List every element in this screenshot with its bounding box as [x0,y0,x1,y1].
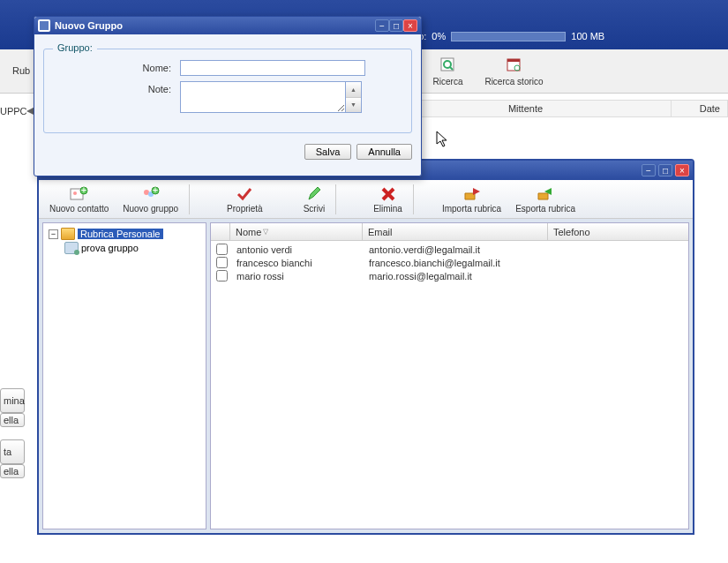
table-row[interactable]: francesco bianchi francesco.bianchi@lega… [211,256,688,269]
calendar-search-icon [505,56,524,75]
table-row[interactable]: antonio verdi antonio.verdi@legalmail.it [211,243,688,256]
dialog-maximize-icon[interactable]: □ [389,19,403,32]
ricerca-storico-button[interactable]: Ricerca storico [481,50,547,93]
storage-percent: 0% [432,31,446,41]
storage-bar [451,32,566,41]
salva-button[interactable]: Salva [304,144,352,160]
group-icon [64,242,79,254]
dialog-close-icon[interactable]: × [403,19,417,32]
ab-tree: − Rubrica Personale prova gruppo [42,222,206,529]
table-row[interactable]: mario rossi mario.rossi@legalmail.it [211,269,688,282]
close-icon[interactable]: × [675,164,689,176]
th-nome[interactable]: Nome ▽ [230,223,363,240]
ricerca-storico-label: Ricerca storico [484,77,543,86]
svg-text:+: + [152,186,157,195]
import-icon [462,185,482,203]
ab-list-header: Nome ▽ Email Telefono [211,223,688,241]
nuovo-contatto-button[interactable]: + Nuovo contatto [42,181,116,218]
th-email[interactable]: Email [363,223,548,240]
svg-rect-14 [40,21,49,30]
uppc-label: UPPC [0,106,27,116]
col-mittente[interactable]: Mittente [380,101,672,116]
partial-button-ella2[interactable]: ella [0,464,25,478]
cursor-icon [436,131,450,148]
tree-root-item[interactable]: − Rubrica Personale [47,227,202,241]
svg-point-7 [73,191,77,195]
ricerca-button[interactable]: Ricerca [415,50,481,93]
checkmark-icon [235,185,254,203]
nome-label: Nome: [56,60,180,73]
pencil-icon [304,185,324,203]
tree-expander-icon[interactable]: − [49,229,58,239]
folder-icon [61,228,75,240]
scrivi-button[interactable]: Scrivi [296,181,332,218]
storage-total: 100 MB [571,31,604,41]
sort-desc-icon: ▽ [263,228,268,236]
row-checkbox[interactable] [216,257,228,268]
svg-rect-4 [507,59,520,62]
storage-info: zzato: 0% 100 MB [401,31,604,41]
rub-label: Rub [12,65,30,76]
fieldset-legend: Gruppo: [53,42,97,53]
nome-input[interactable] [180,60,365,76]
search-icon [439,56,458,75]
ab-list-body: antonio verdi antonio.verdi@legalmail.it… [211,241,688,284]
proprieta-button[interactable]: Proprietà [220,181,270,218]
annulla-button[interactable]: Annulla [356,144,412,160]
delete-x-icon [379,185,398,203]
group-add-icon: + [141,185,161,203]
th-checkbox[interactable] [211,223,230,240]
partial-button-ella[interactable]: ella [0,413,25,427]
dialog-minimize-icon[interactable]: − [375,19,389,32]
ab-toolbar: + Nuovo contatto + Nuovo gruppo Propriet… [39,180,693,219]
svg-text:+: + [80,186,86,195]
gruppo-fieldset: Gruppo: Nome: Note: ▲ ▼ [43,49,412,133]
maximize-icon[interactable]: □ [658,164,672,176]
col-date[interactable]: Date [672,101,727,116]
elimina-button[interactable]: Elimina [366,181,409,218]
minimize-icon[interactable]: − [642,164,656,176]
dialog-icon [38,19,50,32]
ricerca-label: Ricerca [433,77,463,86]
esporta-button[interactable]: Esporta rubrica [508,181,582,218]
note-textarea[interactable] [180,81,346,113]
note-up-icon[interactable]: ▲ [346,82,361,98]
tree-child-item[interactable]: prova gruppo [63,241,202,255]
dialog-titlebar[interactable]: Nuovo Gruppo − □ × [34,17,421,34]
partial-button-ta[interactable]: ta [0,439,25,464]
ab-list: Nome ▽ Email Telefono antonio verdi anto… [210,222,689,529]
importa-button[interactable]: Importa rubrica [435,181,508,218]
export-icon [536,185,555,203]
dialog-title: Nuovo Gruppo [55,20,375,31]
row-checkbox[interactable] [216,244,228,255]
nuovo-gruppo-button[interactable]: + Nuovo gruppo [116,181,185,218]
note-down-icon[interactable]: ▼ [346,98,361,113]
nuovo-gruppo-dialog: Nuovo Gruppo − □ × Gruppo: Nome: Note: ▲… [34,16,422,176]
partial-button-mina[interactable]: mina [0,388,25,413]
contact-add-icon: + [70,185,89,203]
th-telefono[interactable]: Telefono [548,223,688,240]
row-checkbox[interactable] [216,270,228,282]
address-book-window: − □ × + Nuovo contatto + Nuovo gruppo Pr… [37,159,694,535]
note-label: Note: [56,81,180,94]
